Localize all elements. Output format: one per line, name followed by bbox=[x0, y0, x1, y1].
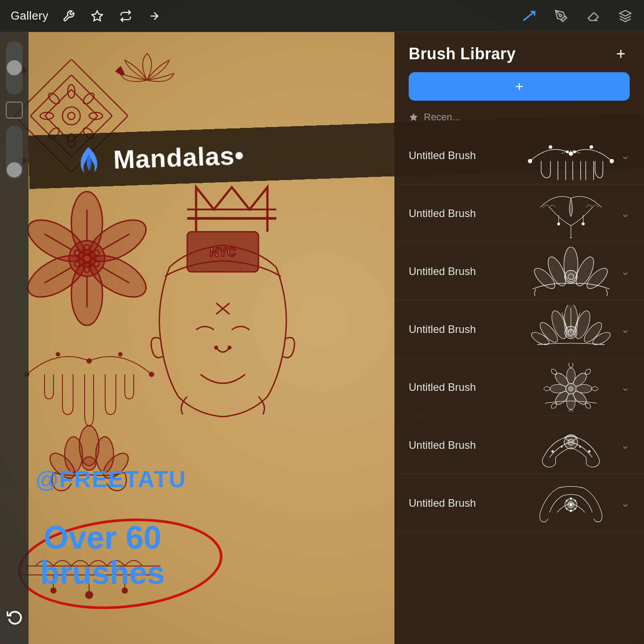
freetatu-label: @FREETATU bbox=[36, 466, 186, 492]
layers-stack-button[interactable] bbox=[617, 8, 633, 24]
svg-line-65 bbox=[524, 12, 535, 21]
svg-point-121 bbox=[574, 508, 576, 509]
svg-point-69 bbox=[528, 159, 532, 163]
svg-point-70 bbox=[549, 145, 552, 148]
svg-point-75 bbox=[574, 151, 576, 153]
new-brush-icon: + bbox=[515, 78, 524, 95]
svg-point-80 bbox=[582, 222, 585, 225]
svg-point-86 bbox=[565, 270, 577, 283]
svg-point-71 bbox=[569, 152, 573, 155]
brush-chevron-2: ⌄ bbox=[621, 207, 630, 220]
brush-item-1[interactable]: Untitled Brush bbox=[394, 127, 644, 185]
svg-point-72 bbox=[590, 145, 593, 148]
svg-point-112 bbox=[552, 450, 554, 452]
svg-point-66 bbox=[559, 14, 562, 16]
opacity-thumb[interactable] bbox=[7, 162, 22, 177]
svg-point-78 bbox=[558, 222, 560, 225]
brush-item-3-name: Untitled Brush bbox=[409, 265, 526, 278]
brush-preview-2 bbox=[526, 189, 615, 238]
svg-point-122 bbox=[566, 500, 567, 501]
svg-point-99 bbox=[568, 329, 574, 336]
svg-point-22 bbox=[78, 250, 96, 267]
brush-list: Untitled Brush bbox=[394, 127, 644, 644]
brush-recent-header: Recen... bbox=[394, 108, 644, 127]
svg-point-40 bbox=[149, 372, 154, 377]
brush-chevron-3: ⌄ bbox=[621, 265, 630, 278]
mandalas-logo bbox=[73, 144, 105, 176]
svg-point-120 bbox=[574, 500, 576, 501]
wrench-button[interactable] bbox=[61, 8, 77, 24]
promo-text: Over 60 brushes bbox=[40, 520, 165, 591]
brush-recent-label: Recen... bbox=[424, 111, 460, 123]
brush-item-1-name: Untitled Brush bbox=[409, 149, 526, 162]
svg-point-39 bbox=[119, 353, 122, 356]
brush-item-7[interactable]: Untitled Brush bbox=[394, 474, 644, 532]
brush-size-thumb[interactable] bbox=[7, 60, 22, 75]
brush-preview-6 bbox=[526, 421, 615, 470]
svg-point-101 bbox=[569, 386, 573, 391]
brush-preview-3 bbox=[526, 247, 615, 296]
brush-library-add-button[interactable]: + bbox=[612, 45, 630, 63]
pen-tool-button[interactable] bbox=[553, 8, 569, 24]
brush-chevron-1: ⌄ bbox=[621, 149, 630, 162]
svg-point-73 bbox=[610, 159, 614, 163]
brush-item-2-name: Untitled Brush bbox=[409, 207, 526, 220]
svg-point-37 bbox=[56, 353, 60, 356]
svg-point-123 bbox=[566, 508, 567, 509]
arrow-button[interactable] bbox=[146, 8, 162, 24]
opacity-slider[interactable] bbox=[6, 126, 23, 179]
toolbar-left: Gallery bbox=[11, 8, 162, 24]
svg-point-56 bbox=[228, 346, 231, 349]
brush-item-5[interactable]: Untitled Brush bbox=[394, 358, 644, 416]
brush-chevron-4: ⌄ bbox=[621, 323, 630, 336]
brush-preview-4 bbox=[526, 305, 615, 354]
svg-marker-67 bbox=[620, 10, 631, 16]
brush-library-title: Brush Library bbox=[409, 45, 516, 63]
brush-item-5-name: Untitled Brush bbox=[409, 381, 526, 394]
brush-panel-header: Brush Library + bbox=[394, 32, 644, 72]
svg-point-118 bbox=[570, 503, 572, 506]
brush-item-7-name: Untitled Brush bbox=[409, 497, 526, 509]
brush-item-4[interactable]: Untitled Brush bbox=[394, 300, 644, 358]
left-sidebar bbox=[0, 32, 29, 644]
svg-marker-63 bbox=[92, 11, 103, 21]
color-swatch[interactable] bbox=[6, 102, 23, 119]
eraser-tool-button[interactable] bbox=[585, 8, 601, 24]
brush-preview-5 bbox=[526, 363, 615, 412]
svg-point-113 bbox=[588, 450, 590, 452]
brush-chevron-6: ⌄ bbox=[621, 439, 630, 451]
brush-item-6-name: Untitled Brush bbox=[409, 439, 526, 451]
pencil-tool-button[interactable] bbox=[521, 8, 537, 24]
undo-button[interactable] bbox=[5, 607, 24, 626]
svg-point-114 bbox=[561, 446, 562, 447]
svg-point-74 bbox=[566, 151, 568, 153]
svg-point-115 bbox=[579, 446, 581, 447]
brush-library-panel: Brush Library + + Recen... Untitled Brus… bbox=[394, 32, 644, 644]
brush-size-slider[interactable] bbox=[6, 41, 23, 94]
toolbar-right bbox=[521, 8, 633, 24]
magic-button[interactable] bbox=[89, 8, 105, 24]
svg-point-55 bbox=[215, 346, 217, 349]
brush-item-4-name: Untitled Brush bbox=[409, 323, 526, 336]
svg-point-124 bbox=[570, 510, 572, 512]
toolbar: Gallery bbox=[0, 0, 644, 32]
svg-point-119 bbox=[570, 497, 572, 499]
brush-item-2[interactable]: Untitled Brush bbox=[394, 185, 644, 242]
brush-item-3[interactable]: Untitled Brush ⌄ bbox=[394, 242, 644, 300]
mandalas-brand-text: Mandalas• bbox=[113, 140, 245, 174]
svg-marker-68 bbox=[410, 113, 418, 121]
brush-chevron-5: ⌄ bbox=[621, 381, 630, 394]
svg-text:NYC: NYC bbox=[209, 245, 236, 259]
brush-item-6[interactable]: Untitled Brush bbox=[394, 416, 644, 474]
svg-point-38 bbox=[87, 359, 91, 363]
promo-line1: Over 60 bbox=[40, 520, 165, 555]
promo-line2: brushes bbox=[40, 555, 165, 591]
layers-button[interactable] bbox=[118, 8, 134, 24]
brush-chevron-7: ⌄ bbox=[621, 497, 630, 509]
brush-preview-1 bbox=[526, 131, 615, 180]
svg-point-76 bbox=[569, 238, 573, 238]
gallery-button[interactable]: Gallery bbox=[11, 9, 48, 23]
new-brush-button[interactable]: + bbox=[409, 72, 630, 101]
brush-preview-7 bbox=[526, 479, 615, 528]
